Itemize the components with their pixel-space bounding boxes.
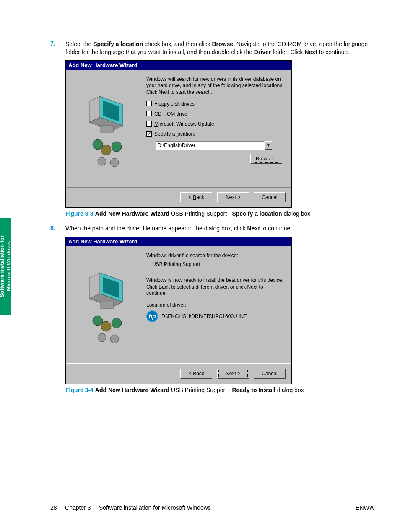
dialog-title: Add New Hardware Wizard (66, 237, 291, 246)
step-7-text: Select the Specify a location check box,… (65, 40, 375, 56)
step-8: 8. When the path and the driver file nam… (50, 225, 375, 232)
driver-location-row: hp D:\ENGLISH\DRIVER\HPC1600U.INF (146, 310, 285, 322)
device-name: USB Printing Support (152, 261, 285, 267)
checkbox-icon[interactable] (146, 101, 152, 106)
cancel-button[interactable]: Cancel (254, 192, 286, 202)
svg-point-18 (98, 333, 106, 342)
step-7-number: 7. (50, 40, 65, 56)
page-number: 28 (50, 504, 57, 511)
svg-point-8 (98, 157, 106, 165)
hp-driver-icon: hp (146, 310, 158, 322)
svg-point-19 (110, 335, 119, 343)
svg-point-9 (110, 158, 119, 167)
svg-point-7 (112, 142, 122, 152)
page-footer: 28 Chapter 3 Software installation for M… (0, 504, 400, 511)
chapter-label: Chapter 3 (65, 504, 91, 511)
checkbox-cdrom[interactable]: CD-ROM drive (146, 111, 285, 117)
location-label: Location of driver: (146, 302, 285, 308)
footer-right: ENWW (356, 504, 375, 511)
dialog-description: Windows will search for new drivers in i… (146, 76, 285, 96)
browse-button[interactable]: Browse... (250, 154, 282, 164)
next-button[interactable]: Next > (217, 192, 249, 202)
svg-rect-4 (101, 126, 113, 132)
step-8-text: When the path and the driver file name a… (65, 225, 375, 232)
dialog-specify-location: Add New Hardware Wizard (65, 60, 292, 208)
checkbox-windows-update[interactable]: Microsoft Windows Update (146, 121, 285, 127)
side-tab-text: Software installation for Microsoft Wind… (0, 235, 12, 297)
dialog-ready-to-install: Add New Hardware Wizard Windows driver (65, 237, 292, 384)
wizard-art-icon (73, 76, 144, 183)
search-label: Windows driver file search for the devic… (146, 253, 285, 259)
svg-point-6 (101, 145, 111, 155)
cancel-button[interactable]: Cancel (254, 369, 286, 379)
step-8-number: 8. (50, 225, 65, 232)
next-button[interactable]: Next > (217, 369, 249, 379)
back-button[interactable]: < Back (180, 369, 212, 379)
step-7: 7. Select the Specify a location check b… (50, 40, 375, 56)
chapter-side-tab: Software installation for Microsoft Wind… (0, 218, 11, 315)
chapter-title: Software installation for Microsoft Wind… (99, 504, 211, 511)
svg-rect-14 (101, 302, 113, 309)
figure-3-4-caption: Figure 3-4 Add New Hardware Wizard USB P… (65, 387, 375, 393)
location-path-input[interactable]: D:\English\Driver (156, 141, 265, 150)
chevron-down-icon[interactable]: ▼ (265, 141, 272, 150)
ready-text: Windows is now ready to install the best… (146, 277, 285, 297)
svg-point-17 (112, 318, 122, 328)
checkbox-specify-location[interactable]: Specify a location: (146, 131, 285, 137)
dialog-title: Add New Hardware Wizard (66, 61, 291, 70)
svg-point-16 (101, 321, 111, 331)
checkbox-icon[interactable] (146, 111, 152, 116)
driver-path: D:\ENGLISH\DRIVER\HPC1600U.INF (161, 313, 247, 319)
figure-3-3-caption: Figure 3-3 Add New Hardware Wizard USB P… (65, 210, 375, 217)
wizard-art-icon (73, 253, 144, 359)
checkbox-floppy[interactable]: Floppy disk drives (146, 101, 285, 107)
checkbox-icon[interactable] (146, 131, 152, 137)
back-button[interactable]: < Back (180, 192, 212, 202)
checkbox-icon[interactable] (146, 121, 152, 127)
